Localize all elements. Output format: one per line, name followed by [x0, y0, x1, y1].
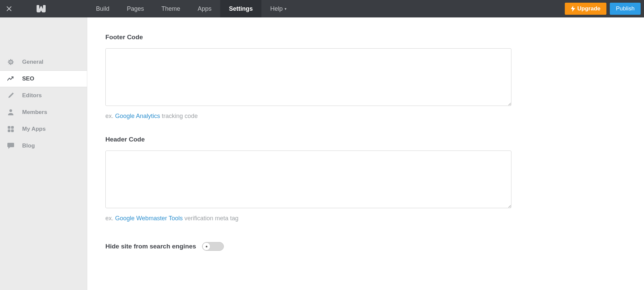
- topbar: Build Pages Theme Apps Settings Help ▾ U…: [0, 0, 644, 17]
- sidebar-item-label: Blog: [22, 142, 35, 149]
- nav-apps[interactable]: Apps: [189, 0, 220, 17]
- upgrade-label: Upgrade: [577, 5, 600, 12]
- svg-rect-3: [8, 129, 10, 132]
- hint-suffix: verification meta tag: [183, 215, 238, 222]
- person-icon: [7, 109, 14, 116]
- sidebar-item-label: My Apps: [22, 126, 46, 132]
- svg-rect-4: [11, 129, 14, 132]
- header-code-hint: ex. Google Webmaster Tools verification …: [105, 215, 511, 222]
- topbar-actions: Upgrade Publish: [565, 0, 644, 17]
- sidebar-item-label: SEO: [22, 75, 34, 82]
- hide-site-row: Hide site from search engines: [105, 242, 644, 251]
- nav-pages[interactable]: Pages: [118, 0, 153, 17]
- upgrade-button[interactable]: Upgrade: [565, 3, 606, 15]
- chevron-down-icon: ▾: [285, 7, 287, 11]
- publish-button[interactable]: Publish: [610, 3, 641, 15]
- nav-settings[interactable]: Settings: [220, 0, 261, 17]
- nav-build[interactable]: Build: [87, 0, 118, 17]
- sidebar-item-label: Editors: [22, 92, 42, 99]
- sidebar-item-seo[interactable]: SEO: [0, 70, 87, 87]
- close-icon: [6, 6, 12, 11]
- settings-sidebar: General SEO Editors Members My Apps: [0, 17, 87, 290]
- topbar-nav: Build Pages Theme Apps Settings Help ▾: [87, 0, 295, 17]
- hint-suffix: tracking code: [160, 113, 198, 119]
- nav-help[interactable]: Help ▾: [261, 0, 295, 17]
- header-code-label: Header Code: [105, 136, 511, 143]
- hide-site-label: Hide site from search engines: [105, 243, 196, 250]
- grid-icon: [7, 126, 14, 132]
- nav-theme[interactable]: Theme: [153, 0, 189, 17]
- google-analytics-link[interactable]: Google Analytics: [115, 113, 160, 119]
- svg-point-0: [9, 109, 12, 112]
- publish-label: Publish: [616, 5, 635, 12]
- brand-logo[interactable]: [18, 0, 87, 17]
- chat-icon: [7, 142, 14, 149]
- close-button[interactable]: [0, 0, 18, 17]
- toggle-knob: [202, 242, 210, 250]
- hint-prefix: ex.: [105, 215, 115, 222]
- svg-rect-1: [8, 126, 10, 129]
- sidebar-item-editors[interactable]: Editors: [0, 87, 87, 104]
- footer-code-textarea[interactable]: [105, 48, 511, 106]
- header-code-block: Header Code ex. Google Webmaster Tools v…: [105, 136, 511, 222]
- footer-code-label: Footer Code: [105, 34, 511, 41]
- sidebar-item-general[interactable]: General: [0, 54, 87, 70]
- svg-rect-2: [11, 126, 14, 129]
- footer-code-block: Footer Code ex. Google Analytics trackin…: [105, 34, 511, 120]
- trend-icon: [7, 75, 14, 82]
- gear-icon: [7, 59, 14, 65]
- header-code-textarea[interactable]: [105, 151, 511, 208]
- sidebar-item-label: Members: [22, 109, 47, 116]
- google-webmaster-link[interactable]: Google Webmaster Tools: [115, 215, 183, 222]
- hint-prefix: ex.: [105, 113, 115, 119]
- sidebar-item-myapps[interactable]: My Apps: [0, 121, 87, 137]
- sidebar-item-members[interactable]: Members: [0, 104, 87, 121]
- sidebar-item-label: General: [22, 59, 43, 65]
- footer-code-hint: ex. Google Analytics tracking code: [105, 113, 511, 120]
- pencil-icon: [7, 92, 14, 99]
- bolt-icon: [571, 6, 575, 12]
- nav-help-label: Help: [270, 5, 283, 12]
- hide-site-toggle[interactable]: [202, 242, 224, 251]
- weebly-logo-icon: [36, 5, 46, 12]
- sidebar-item-blog[interactable]: Blog: [0, 137, 87, 154]
- main-panel: Footer Code ex. Google Analytics trackin…: [87, 17, 644, 290]
